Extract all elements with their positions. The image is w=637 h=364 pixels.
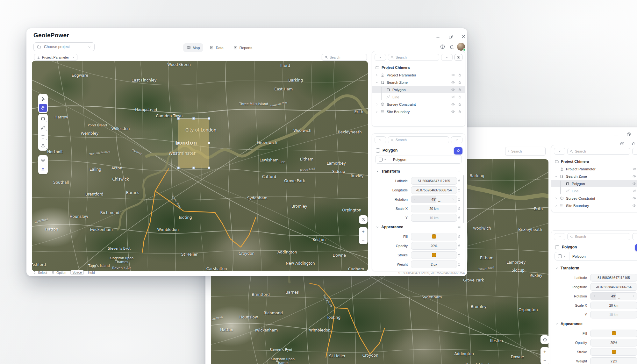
layers-search-input[interactable]: [396, 55, 437, 59]
lock-icon[interactable]: [457, 216, 461, 220]
properties-search[interactable]: [388, 136, 449, 143]
parameter-pill-select[interactable]: Project Parameter: [34, 54, 77, 61]
avatar[interactable]: [457, 43, 465, 51]
zoom-out-button[interactable]: −: [540, 356, 548, 364]
pin-selection-button[interactable]: [454, 147, 462, 154]
scale-y-field[interactable]: 10 km: [411, 214, 457, 222]
selection-handle[interactable]: [177, 118, 179, 120]
latitude-field[interactable]: 51.506054647112165: [411, 177, 457, 185]
close-button[interactable]: [461, 34, 466, 39]
weight-field[interactable]: 2 px: [590, 357, 637, 364]
lock-icon[interactable]: [457, 188, 461, 192]
lock-icon[interactable]: [457, 244, 461, 248]
layers-sort-select[interactable]: [441, 54, 453, 61]
choose-project-select[interactable]: Choose project: [33, 42, 95, 51]
opacity-field[interactable]: 20%: [590, 339, 637, 346]
add-folder-button[interactable]: [454, 54, 462, 61]
stroke-swatch[interactable]: [612, 350, 616, 354]
selection-handle[interactable]: [208, 142, 210, 144]
tree-item-line[interactable]: Line: [372, 93, 465, 101]
map-reset-control[interactable]: [540, 335, 548, 344]
pin-selection-button[interactable]: [635, 244, 637, 251]
lock-icon[interactable]: [457, 262, 461, 266]
selection-handle[interactable]: [208, 167, 210, 169]
layers-collapse-select[interactable]: [554, 148, 565, 155]
stepper-right-icon[interactable]: [632, 295, 635, 297]
tree-root-project[interactable]: Project Chimera: [372, 63, 465, 71]
latitude-field[interactable]: 51.506054647112165: [590, 274, 637, 282]
help-button[interactable]: [440, 44, 445, 49]
tree-item-polygon[interactable]: Polygon: [551, 180, 637, 187]
stepper-left-icon[interactable]: [593, 295, 596, 297]
hand-tool[interactable]: [39, 104, 47, 112]
fill-color-field[interactable]: [411, 233, 457, 240]
longitude-field[interactable]: -0.07552846376666754: [590, 283, 637, 291]
scale-x-field[interactable]: 20 km: [590, 302, 637, 309]
text-tool[interactable]: [39, 132, 47, 141]
scale-y-field[interactable]: 10 km: [590, 311, 637, 318]
layer-name-input[interactable]: [569, 254, 637, 258]
tree-item-site-boundary[interactable]: Site Boundary: [372, 108, 465, 115]
properties-search-input[interactable]: [396, 138, 447, 142]
layers-search[interactable]: [388, 54, 439, 61]
stroke-color-field[interactable]: [411, 251, 457, 259]
rectangle-tool[interactable]: [39, 115, 47, 123]
stroke-color-field[interactable]: [590, 348, 637, 356]
selection-handle[interactable]: [192, 118, 195, 120]
zoom-control[interactable]: + −: [359, 227, 368, 244]
tree-item-line[interactable]: Line: [551, 187, 637, 195]
zoom-out-button[interactable]: −: [359, 236, 368, 244]
restore-button[interactable]: [626, 132, 631, 137]
pen-tool[interactable]: [39, 124, 47, 132]
layers-collapse-select[interactable]: [375, 54, 386, 61]
minimize-button[interactable]: [613, 132, 619, 138]
properties-sort-select[interactable]: [632, 233, 637, 240]
tab-data[interactable]: Data: [206, 43, 227, 52]
opacity-field[interactable]: 20%: [411, 242, 457, 250]
tree-item-project-parameter[interactable]: Project Parameter: [372, 71, 465, 79]
layer-type-select[interactable]: [376, 155, 390, 163]
reset-north-button[interactable]: [540, 335, 548, 344]
minimize-button[interactable]: [435, 35, 440, 40]
fill-color-field[interactable]: [590, 330, 637, 337]
transform-section-header[interactable]: Transform: [372, 167, 465, 176]
properties-collapse-select[interactable]: [375, 136, 386, 143]
map-search-input[interactable]: [511, 149, 543, 153]
longitude-field[interactable]: -0.07552846376666754: [411, 186, 457, 194]
properties-sort-select[interactable]: [451, 136, 462, 143]
tree-item-search-zone[interactable]: Search Zone: [372, 79, 465, 86]
lock-icon[interactable]: [457, 253, 461, 257]
tree-item-search-zone[interactable]: Search Zone: [551, 173, 637, 180]
selection-handle[interactable]: [192, 167, 195, 169]
selection-checkbox[interactable]: [376, 148, 380, 153]
tab-reports[interactable]: Reports: [230, 43, 256, 52]
map-search-input[interactable]: [330, 55, 361, 59]
map-search[interactable]: [322, 54, 367, 61]
tree-item-site-boundary[interactable]: Site Boundary: [551, 202, 637, 209]
selection-handle[interactable]: [177, 142, 179, 144]
lock-icon[interactable]: [457, 179, 461, 183]
reset-north-button[interactable]: [359, 215, 368, 224]
stepper-right-icon[interactable]: [452, 198, 454, 201]
weight-field[interactable]: 2 px: [411, 261, 457, 268]
north-tool[interactable]: [39, 165, 47, 173]
selection-handle[interactable]: [208, 118, 210, 120]
tree-item-polygon[interactable]: Polygon: [372, 86, 465, 93]
lock-icon[interactable]: [457, 197, 461, 201]
selection-handle[interactable]: [177, 167, 179, 169]
map-canvas[interactable]: Wood GreenIlfordEdgwareEast FinchleyBark…: [32, 61, 368, 271]
stroke-swatch[interactable]: [432, 253, 436, 257]
map-reset-control[interactable]: [359, 215, 368, 224]
section-handle-icon[interactable]: [457, 225, 461, 229]
rotation-stepper[interactable]: 49° ↔: [411, 196, 457, 203]
layers-search[interactable]: [567, 148, 630, 155]
selection-checkbox[interactable]: [555, 245, 559, 249]
section-handle-icon[interactable]: [457, 169, 461, 174]
select-tool[interactable]: [39, 95, 47, 103]
lock-icon[interactable]: [457, 234, 461, 239]
properties-search-input[interactable]: [575, 235, 628, 239]
zoom-in-button[interactable]: +: [540, 347, 548, 356]
map-search[interactable]: [505, 147, 546, 155]
layer-name-input[interactable]: [390, 158, 462, 161]
tree-item-project-parameter[interactable]: Project Parameter: [551, 165, 637, 173]
